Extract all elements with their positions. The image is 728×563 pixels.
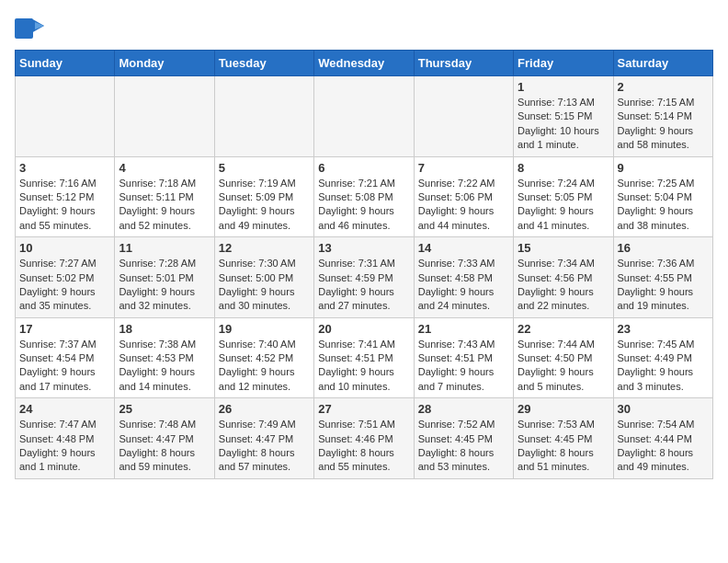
day-number: 25: [119, 402, 210, 416]
calendar-cell: 24Sunrise: 7:47 AM Sunset: 4:48 PM Dayli…: [16, 398, 115, 479]
day-number: 13: [318, 241, 409, 255]
calendar-cell: [115, 76, 214, 157]
calendar-cell: 15Sunrise: 7:34 AM Sunset: 4:56 PM Dayli…: [514, 237, 613, 318]
weekday-header-wednesday: Wednesday: [314, 51, 414, 76]
calendar-cell: 5Sunrise: 7:19 AM Sunset: 5:09 PM Daylig…: [214, 156, 313, 237]
calendar-cell: 4Sunrise: 7:18 AM Sunset: 5:11 PM Daylig…: [115, 156, 214, 237]
day-info: Sunrise: 7:30 AM Sunset: 5:00 PM Dayligh…: [219, 257, 310, 314]
day-info: Sunrise: 7:37 AM Sunset: 4:54 PM Dayligh…: [19, 338, 110, 395]
day-number: 29: [518, 402, 609, 416]
day-info: Sunrise: 7:22 AM Sunset: 5:06 PM Dayligh…: [418, 177, 509, 234]
calendar-cell: 16Sunrise: 7:36 AM Sunset: 4:55 PM Dayli…: [613, 237, 712, 318]
day-number: 28: [418, 402, 509, 416]
day-number: 26: [219, 402, 310, 416]
calendar-cell: 12Sunrise: 7:30 AM Sunset: 5:00 PM Dayli…: [214, 237, 313, 318]
day-info: Sunrise: 7:24 AM Sunset: 5:05 PM Dayligh…: [518, 177, 609, 234]
calendar-cell: 23Sunrise: 7:45 AM Sunset: 4:49 PM Dayli…: [613, 317, 712, 398]
calendar-table: SundayMondayTuesdayWednesdayThursdayFrid…: [15, 50, 713, 479]
calendar-cell: [414, 76, 513, 157]
weekday-header-thursday: Thursday: [414, 51, 513, 76]
day-number: 8: [518, 161, 609, 175]
day-number: 16: [618, 241, 709, 255]
day-number: 18: [119, 322, 210, 336]
day-number: 4: [119, 161, 210, 175]
day-info: Sunrise: 7:51 AM Sunset: 4:46 PM Dayligh…: [318, 418, 409, 475]
day-info: Sunrise: 7:53 AM Sunset: 4:45 PM Dayligh…: [518, 418, 609, 475]
header: [15, 15, 713, 39]
day-number: 21: [418, 322, 509, 336]
day-number: 17: [19, 322, 110, 336]
day-number: 27: [318, 402, 409, 416]
day-info: Sunrise: 7:52 AM Sunset: 4:45 PM Dayligh…: [418, 418, 509, 475]
calendar-cell: 27Sunrise: 7:51 AM Sunset: 4:46 PM Dayli…: [314, 398, 414, 479]
day-info: Sunrise: 7:28 AM Sunset: 5:01 PM Dayligh…: [119, 257, 210, 314]
calendar-cell: 30Sunrise: 7:54 AM Sunset: 4:44 PM Dayli…: [613, 398, 712, 479]
day-info: Sunrise: 7:36 AM Sunset: 4:55 PM Dayligh…: [618, 257, 709, 314]
day-info: Sunrise: 7:31 AM Sunset: 4:59 PM Dayligh…: [318, 257, 409, 314]
day-number: 2: [618, 80, 709, 94]
calendar-cell: 22Sunrise: 7:44 AM Sunset: 4:50 PM Dayli…: [514, 317, 613, 398]
day-number: 1: [518, 80, 609, 94]
calendar-cell: 17Sunrise: 7:37 AM Sunset: 4:54 PM Dayli…: [16, 317, 115, 398]
calendar-cell: 13Sunrise: 7:31 AM Sunset: 4:59 PM Dayli…: [314, 237, 414, 318]
logo-icon: [15, 18, 44, 39]
weekday-header-tuesday: Tuesday: [214, 51, 313, 76]
calendar-cell: 3Sunrise: 7:16 AM Sunset: 5:12 PM Daylig…: [16, 156, 115, 237]
day-info: Sunrise: 7:27 AM Sunset: 5:02 PM Dayligh…: [19, 257, 110, 314]
day-number: 6: [318, 161, 409, 175]
day-number: 22: [518, 322, 609, 336]
day-info: Sunrise: 7:25 AM Sunset: 5:04 PM Dayligh…: [618, 177, 709, 234]
day-info: Sunrise: 7:16 AM Sunset: 5:12 PM Dayligh…: [19, 177, 110, 234]
weekday-header-saturday: Saturday: [613, 51, 712, 76]
day-info: Sunrise: 7:44 AM Sunset: 4:50 PM Dayligh…: [518, 338, 609, 395]
day-number: 3: [19, 161, 110, 175]
calendar-cell: [214, 76, 313, 157]
day-info: Sunrise: 7:19 AM Sunset: 5:09 PM Dayligh…: [219, 177, 310, 234]
calendar-cell: 14Sunrise: 7:33 AM Sunset: 4:58 PM Dayli…: [414, 237, 513, 318]
calendar-cell: 2Sunrise: 7:15 AM Sunset: 5:14 PM Daylig…: [613, 76, 712, 157]
day-number: 15: [518, 241, 609, 255]
day-info: Sunrise: 7:49 AM Sunset: 4:47 PM Dayligh…: [219, 418, 310, 475]
calendar-cell: 6Sunrise: 7:21 AM Sunset: 5:08 PM Daylig…: [314, 156, 414, 237]
logo: [15, 15, 46, 39]
day-info: Sunrise: 7:34 AM Sunset: 4:56 PM Dayligh…: [518, 257, 609, 314]
day-info: Sunrise: 7:47 AM Sunset: 4:48 PM Dayligh…: [19, 418, 110, 475]
weekday-header-sunday: Sunday: [16, 51, 115, 76]
calendar-cell: 20Sunrise: 7:41 AM Sunset: 4:51 PM Dayli…: [314, 317, 414, 398]
day-info: Sunrise: 7:21 AM Sunset: 5:08 PM Dayligh…: [318, 177, 409, 234]
day-info: Sunrise: 7:48 AM Sunset: 4:47 PM Dayligh…: [119, 418, 210, 475]
calendar-cell: 29Sunrise: 7:53 AM Sunset: 4:45 PM Dayli…: [514, 398, 613, 479]
day-info: Sunrise: 7:15 AM Sunset: 5:14 PM Dayligh…: [618, 96, 709, 153]
day-number: 11: [119, 241, 210, 255]
day-info: Sunrise: 7:45 AM Sunset: 4:49 PM Dayligh…: [618, 338, 709, 395]
day-number: 30: [618, 402, 709, 416]
day-info: Sunrise: 7:18 AM Sunset: 5:11 PM Dayligh…: [119, 177, 210, 234]
calendar-cell: 11Sunrise: 7:28 AM Sunset: 5:01 PM Dayli…: [115, 237, 214, 318]
day-number: 24: [19, 402, 110, 416]
calendar-cell: 9Sunrise: 7:25 AM Sunset: 5:04 PM Daylig…: [613, 156, 712, 237]
day-number: 10: [19, 241, 110, 255]
day-number: 7: [418, 161, 509, 175]
calendar-cell: 18Sunrise: 7:38 AM Sunset: 4:53 PM Dayli…: [115, 317, 214, 398]
calendar-cell: 19Sunrise: 7:40 AM Sunset: 4:52 PM Dayli…: [214, 317, 313, 398]
calendar-cell: [16, 76, 115, 157]
calendar-cell: 26Sunrise: 7:49 AM Sunset: 4:47 PM Dayli…: [214, 398, 313, 479]
calendar-cell: 1Sunrise: 7:13 AM Sunset: 5:15 PM Daylig…: [514, 76, 613, 157]
day-info: Sunrise: 7:40 AM Sunset: 4:52 PM Dayligh…: [219, 338, 310, 395]
day-number: 5: [219, 161, 310, 175]
weekday-header-friday: Friday: [514, 51, 613, 76]
day-info: Sunrise: 7:43 AM Sunset: 4:51 PM Dayligh…: [418, 338, 509, 395]
day-number: 23: [618, 322, 709, 336]
day-number: 19: [219, 322, 310, 336]
calendar-cell: 10Sunrise: 7:27 AM Sunset: 5:02 PM Dayli…: [16, 237, 115, 318]
day-number: 14: [418, 241, 509, 255]
day-info: Sunrise: 7:41 AM Sunset: 4:51 PM Dayligh…: [318, 338, 409, 395]
day-info: Sunrise: 7:38 AM Sunset: 4:53 PM Dayligh…: [119, 338, 210, 395]
calendar-cell: 21Sunrise: 7:43 AM Sunset: 4:51 PM Dayli…: [414, 317, 513, 398]
svg-rect-0: [15, 18, 33, 39]
day-info: Sunrise: 7:54 AM Sunset: 4:44 PM Dayligh…: [618, 418, 709, 475]
calendar-cell: 8Sunrise: 7:24 AM Sunset: 5:05 PM Daylig…: [514, 156, 613, 237]
day-number: 9: [618, 161, 709, 175]
calendar-cell: 28Sunrise: 7:52 AM Sunset: 4:45 PM Dayli…: [414, 398, 513, 479]
weekday-header-monday: Monday: [115, 51, 214, 76]
